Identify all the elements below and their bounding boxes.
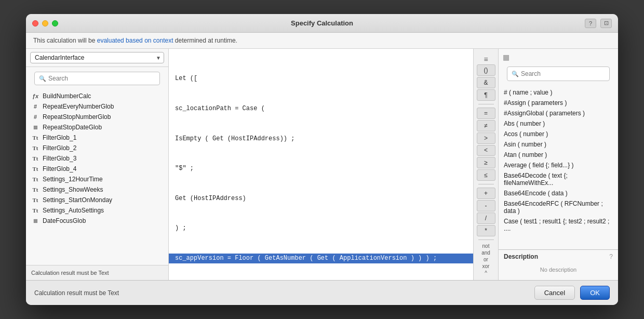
list-item[interactable]: Base64EncodeRFC ( RFCNumber ; data ) [499, 198, 618, 216]
code-line: Get (HostIPAddress) [175, 194, 467, 204]
list-item[interactable]: ▦ DateFocusGlob [26, 216, 168, 226]
left-panel: CalendarInterface ▼ 🔍 ƒx BuildNumberCalc… [26, 49, 169, 280]
op-ampersand[interactable]: & [477, 77, 495, 88]
op-multiply[interactable]: * [477, 225, 495, 236]
list-item[interactable]: Tt FilterGlob_1 [26, 132, 168, 143]
list-item[interactable]: ƒx BuildNumberCalc [26, 91, 168, 101]
text-icon: Tt [31, 207, 39, 214]
list-item[interactable]: #AssignGlobal ( parameters ) [499, 108, 618, 118]
ok-button[interactable]: OK [580, 286, 610, 300]
footer: Calculation result must be Text Cancel O… [26, 280, 618, 305]
minimize-button[interactable] [42, 20, 48, 26]
text-icon: Tt [31, 135, 39, 141]
info-bar: This calculation will be evaluated based… [26, 33, 618, 49]
result-type-label: Calculation result must be Text [26, 265, 168, 280]
text-icon: Tt [31, 197, 39, 203]
list-item[interactable]: # ( name ; value ) [499, 87, 618, 98]
list-item[interactable]: Abs ( number ) [499, 118, 618, 129]
op-lte[interactable]: ≤ [477, 169, 495, 181]
list-item[interactable]: Tt Settings_AutoSettings [26, 205, 168, 216]
list-item[interactable]: Tt Settings_ShowWeeks [26, 184, 168, 195]
op-xor[interactable]: xor [482, 263, 490, 269]
op-pilcrow[interactable]: ¶ [477, 89, 495, 101]
field-name: RepeatStopNumberGlob [43, 113, 111, 121]
main-window: Specify Calculation ? ⊡ This calculation… [26, 14, 618, 305]
field-name: FilterGlob_3 [43, 155, 76, 162]
list-item[interactable]: #Assign ( parameters ) [499, 98, 618, 108]
function-search-input[interactable] [521, 70, 605, 77]
op-less[interactable]: < [477, 145, 495, 156]
list-item[interactable]: # RepeatStopNumberGlob [26, 112, 168, 122]
code-line: ) ; [175, 223, 467, 233]
list-item[interactable]: Average ( field {; field...} ) [499, 160, 618, 170]
desc-header: Description ? [504, 253, 613, 260]
list-item[interactable]: Tt Settings_12HourTime [26, 174, 168, 184]
field-search-icon: 🔍 [39, 75, 46, 82]
list-item[interactable]: Base64Decode ( text {; fileNameWithEx... [499, 170, 618, 188]
field-name: BuildNumberCalc [43, 92, 91, 100]
op-minus[interactable]: - [477, 200, 495, 211]
op-gte[interactable]: ≥ [477, 157, 495, 168]
op-equals[interactable]: = [477, 108, 495, 119]
list-item[interactable]: Atan ( number ) [499, 150, 618, 160]
description-section: Description ? No description [499, 249, 618, 280]
close-button[interactable] [32, 20, 38, 26]
code-editor[interactable]: Let ([ sc_locationPath = Case ( IsEmpty … [169, 49, 473, 280]
function-search-icon: 🔍 [512, 71, 519, 77]
traffic-lights [32, 20, 58, 26]
field-search-input[interactable] [48, 75, 155, 82]
list-item[interactable]: Tt FilterGlob_3 [26, 153, 168, 164]
list-item[interactable]: Base64Encode ( data ) [499, 188, 618, 198]
list-item[interactable]: Case ( test1 ; result1 {; test2 ; result… [499, 216, 618, 234]
op-paren[interactable]: () [477, 64, 495, 76]
list-item[interactable]: Acos ( number ) [499, 129, 618, 139]
text-icon: Tt [31, 166, 39, 172]
field-name: Settings_StartOnMonday [43, 196, 112, 204]
right-panel: ▦ 🔍 # ( name ; value ) #Assign ( paramet… [499, 49, 618, 280]
number-icon: # [31, 114, 39, 120]
field-name: DateFocusGlob [43, 217, 86, 224]
info-highlight: evaluated based on context [97, 37, 173, 44]
list-item[interactable]: Tt Settings_StartOnMonday [26, 195, 168, 205]
main-content: CalendarInterface ▼ 🔍 ƒx BuildNumberCalc… [26, 49, 618, 280]
op-caret[interactable]: ^ [485, 270, 487, 276]
op-plus[interactable]: + [477, 188, 495, 199]
date-icon: ▦ [31, 125, 39, 130]
field-name: FilterGlob_1 [43, 134, 76, 141]
field-search-box: 🔍 [34, 72, 160, 85]
right-panel-top: ▦ [499, 49, 618, 63]
list-item[interactable]: # RepeatEveryNumberGlob [26, 101, 168, 112]
op-divide[interactable]: / [477, 212, 495, 224]
panel-button[interactable]: ⊡ [600, 19, 612, 28]
operators-panel: ≡ () & ¶ = ≠ > < ≥ ≤ + - / * not and or … [474, 49, 499, 280]
cancel-button[interactable]: Cancel [534, 286, 575, 300]
list-item[interactable]: Asin ( number ) [499, 139, 618, 150]
chart-icon[interactable]: ≡ [484, 55, 488, 63]
number-icon: # [31, 103, 39, 110]
op-greater[interactable]: > [477, 132, 495, 144]
text-icon: Tt [31, 187, 39, 193]
op-separator [478, 104, 494, 104]
window-title: Specify Calculation [291, 19, 353, 27]
op-or[interactable]: or [484, 257, 488, 262]
editor-panel: Let ([ sc_locationPath = Case ( IsEmpty … [169, 49, 474, 280]
text-icon: Tt [31, 145, 39, 151]
op-not[interactable]: not [482, 243, 490, 249]
maximize-button[interactable] [52, 20, 58, 26]
op-notequal[interactable]: ≠ [477, 120, 495, 131]
list-item[interactable]: Tt FilterGlob_4 [26, 164, 168, 174]
title-bar: Specify Calculation ? ⊡ [26, 14, 618, 33]
footer-result-label: Calculation result must be Text [34, 289, 119, 297]
function-search-box: 🔍 [507, 67, 610, 81]
field-list: ƒx BuildNumberCalc # RepeatEveryNumberGl… [26, 90, 168, 265]
chart-icon-right[interactable]: ▦ [501, 51, 512, 63]
op-and[interactable]: and [481, 250, 490, 256]
code-line-highlighted: sc_appVersion = Floor ( GetAsNumber ( Ge… [169, 254, 473, 263]
list-item[interactable]: ▦ RepeatStopDateGlob [26, 122, 168, 132]
list-item[interactable]: Tt FilterGlob_2 [26, 143, 168, 153]
desc-label: Description [504, 253, 538, 260]
desc-help-icon[interactable]: ? [609, 253, 613, 260]
context-select[interactable]: CalendarInterface [30, 52, 164, 63]
help-button[interactable]: ? [585, 19, 596, 28]
field-name: RepeatEveryNumberGlob [43, 103, 114, 110]
